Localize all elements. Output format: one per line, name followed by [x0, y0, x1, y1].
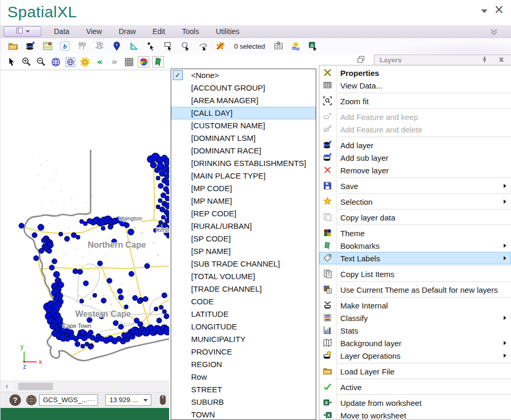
- context-menu-item-selection[interactable]: Selection: [319, 195, 511, 208]
- clear-selection-icon[interactable]: [215, 41, 226, 51]
- context-menu-item-update-from-worksheet[interactable]: XUpdate from worksheet: [319, 396, 511, 409]
- pins-pair-icon[interactable]: [77, 41, 87, 51]
- globe-icon[interactable]: [50, 56, 61, 68]
- context-menu-item-bookmarks[interactable]: Bookmarks: [319, 239, 511, 252]
- context-menu-item-active[interactable]: Active: [319, 381, 511, 393]
- context-menu-item-text-labels[interactable]: Text Labels: [319, 252, 511, 264]
- menu-utilities[interactable]: Utilities: [207, 25, 248, 38]
- context-menu-item-copy-layer-data[interactable]: Copy layer data: [319, 211, 511, 224]
- context-menu-item-load-layer-file[interactable]: Load Layer File: [319, 365, 511, 378]
- field-list-item[interactable]: [SUB TRADE CHANNEL]: [171, 258, 316, 270]
- field-list-item[interactable]: [MP NAME]: [171, 195, 316, 207]
- field-list-item[interactable]: SUBURB: [171, 396, 316, 408]
- context-menu-item-stats[interactable]: Stats: [319, 324, 511, 337]
- context-menu-item-save[interactable]: Save: [319, 180, 511, 192]
- field-list-item[interactable]: MUNICIPALITY: [171, 333, 316, 346]
- bookmark-icon[interactable]: [152, 56, 164, 68]
- float-panel-icon[interactable]: [357, 56, 365, 65]
- field-list-item[interactable]: [ACCOUNT GROUP]: [171, 82, 316, 94]
- double-chevron-down-icon[interactable]: [490, 28, 498, 38]
- excel-select-icon[interactable]: X: [308, 41, 318, 51]
- field-list-item[interactable]: TOWN: [171, 408, 316, 420]
- help-icon[interactable]: ?: [9, 394, 21, 406]
- horizontal-scrollbar[interactable]: ‹: [1, 381, 169, 391]
- gear-icon[interactable]: [79, 56, 91, 68]
- field-list-item[interactable]: STREET: [171, 383, 316, 396]
- map-canvas[interactable]: UpingtonKimbNorthern CapeWestern CapeCap…: [1, 70, 169, 381]
- field-list-item[interactable]: ✓<None>: [171, 69, 316, 82]
- grid-icon[interactable]: [123, 56, 135, 68]
- close-window-icon[interactable]: ×: [494, 2, 504, 17]
- scale-dropdown[interactable]: 13 929 ...: [105, 394, 151, 406]
- menu-tools[interactable]: Tools: [173, 25, 207, 38]
- context-menu-item-layer-operations[interactable]: Layer Operations: [319, 349, 511, 362]
- field-list-item[interactable]: [REP CODE]: [171, 207, 316, 220]
- context-menu-item-use-current-theme-as-default-for-new-layers[interactable]: 1Use Current Theme as Default for new la…: [319, 283, 511, 296]
- context-menu-item-theme[interactable]: Theme: [319, 227, 511, 239]
- prev-view-icon[interactable]: «: [94, 56, 105, 68]
- context-menu-item-add-sub-layer[interactable]: Add sub layer: [319, 151, 511, 164]
- close-panel-icon[interactable]: x: [499, 55, 504, 63]
- context-menu-item-add-layer[interactable]: Add layer: [319, 139, 511, 151]
- context-menu-item-properties[interactable]: Properties: [319, 67, 511, 79]
- scrollbar-thumb[interactable]: [18, 383, 53, 390]
- select-point-icon[interactable]: [146, 41, 157, 51]
- field-list-item[interactable]: [SP NAME]: [171, 245, 316, 258]
- field-list-item[interactable]: [MAIN PLACE TYPE]: [171, 170, 316, 182]
- globe-select-icon[interactable]: [64, 56, 76, 68]
- context-menu-item-classify[interactable]: Classify: [319, 312, 511, 324]
- context-menu-item-background-layer[interactable]: Background layer: [319, 337, 511, 349]
- field-list-item[interactable]: LONGITUDE: [171, 320, 316, 333]
- field-list-item[interactable]: [DRINKING ESTABLISHMENTS]: [171, 157, 316, 170]
- field-list-item[interactable]: [RURAL/URBAN]: [171, 220, 316, 233]
- cursor-arrow-icon[interactable]: [6, 56, 17, 68]
- collapse-window-icon[interactable]: [481, 9, 487, 13]
- context-menu-item-remove-layer[interactable]: Remove layer: [319, 164, 511, 176]
- field-list-item[interactable]: LATITUDE: [171, 308, 316, 320]
- context-menu-item-zoom-fit[interactable]: Zoom fit: [319, 95, 511, 107]
- scroll-left-arrow-icon[interactable]: ‹: [1, 381, 13, 392]
- menu-data[interactable]: Data: [46, 25, 78, 38]
- projection-globe-icon[interactable]: [26, 394, 37, 406]
- field-list-item[interactable]: PROVINCE: [171, 346, 316, 358]
- menu-edit[interactable]: Edit: [144, 25, 173, 38]
- projection-field[interactable]: GCS_WGS_... ···: [39, 394, 98, 406]
- zoom-in-icon[interactable]: [20, 56, 32, 68]
- field-list-item[interactable]: CODE: [171, 295, 316, 308]
- field-list-item[interactable]: [TRADE CHANNEL]: [171, 283, 316, 295]
- field-list-item[interactable]: Row: [171, 371, 316, 383]
- context-menu-item-make-internal[interactable]: Make Internal: [319, 299, 511, 312]
- map-image-icon[interactable]: [42, 41, 53, 51]
- folder-icon[interactable]: [8, 41, 18, 51]
- sun-layers-icon[interactable]: [291, 41, 301, 51]
- context-menu-item-copy-list-items[interactable]: Copy List Items: [319, 268, 511, 280]
- field-list-item[interactable]: [CUSTOMER NAME]: [171, 119, 316, 132]
- next-view-icon[interactable]: »: [108, 56, 120, 68]
- field-list-item[interactable]: [SP CODE]: [171, 233, 316, 245]
- theme-pie-icon[interactable]: [138, 56, 149, 68]
- menu-draw[interactable]: Draw: [110, 25, 145, 38]
- location-pin-icon[interactable]: [112, 41, 122, 51]
- bing-maps-icon[interactable]: b: [60, 41, 70, 51]
- field-list-item[interactable]: REGION: [171, 358, 316, 371]
- menu-view[interactable]: View: [78, 25, 110, 38]
- checked-checkbox[interactable]: ✓: [173, 70, 183, 80]
- pins-box-icon[interactable]: [94, 41, 105, 51]
- field-list-item[interactable]: [DOMINANT RACE]: [171, 145, 316, 157]
- zoom-out-icon[interactable]: [35, 56, 47, 68]
- measure-triangle-icon[interactable]: [129, 41, 139, 51]
- select-lasso-icon[interactable]: [198, 41, 208, 51]
- field-list-item[interactable]: [DOMINANT LSM]: [171, 132, 316, 145]
- field-list-item[interactable]: [TOTAL VOLUME]: [171, 270, 316, 283]
- context-menu-item-move-to-worksheet[interactable]: XMove to worksheet: [319, 409, 511, 420]
- field-list-item[interactable]: [CALL DAY]: [171, 107, 316, 119]
- browse-projection-button[interactable]: ···: [87, 395, 99, 405]
- select-circle-icon[interactable]: [181, 41, 191, 51]
- field-list-item[interactable]: [MP CODE]: [171, 182, 316, 195]
- select-rectangle-icon[interactable]: [163, 41, 174, 51]
- add-layer-icon[interactable]: [25, 41, 36, 51]
- field-list-item[interactable]: [AREA MANAGER]: [171, 94, 316, 107]
- map-grid-icon[interactable]: [273, 41, 284, 51]
- application-menu-button[interactable]: [4, 26, 41, 37]
- context-menu-item-view-data[interactable]: View Data...: [319, 79, 511, 92]
